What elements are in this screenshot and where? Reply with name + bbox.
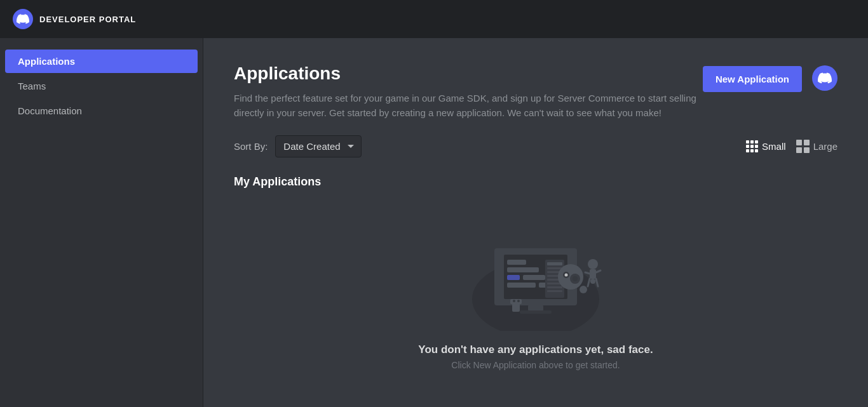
svg-point-35 bbox=[513, 300, 515, 302]
svg-point-25 bbox=[580, 286, 587, 293]
svg-rect-11 bbox=[547, 267, 562, 269]
logo-area: DEVELOPER PORTAL bbox=[13, 9, 136, 29]
svg-line-30 bbox=[596, 270, 600, 272]
page-description: Find the perfect feature set for your ga… bbox=[234, 91, 703, 120]
svg-line-32 bbox=[596, 279, 598, 286]
empty-subtitle: Click New Application above to get start… bbox=[451, 360, 620, 370]
avatar[interactable] bbox=[812, 65, 837, 91]
svg-point-22 bbox=[565, 274, 568, 277]
empty-state: You don't have any applications yet, sad… bbox=[234, 204, 837, 396]
svg-point-36 bbox=[517, 300, 520, 302]
header-right: New Application bbox=[703, 63, 837, 92]
main-content: Applications Find the perfect feature se… bbox=[203, 38, 868, 407]
svg-point-24 bbox=[573, 276, 578, 281]
svg-rect-6 bbox=[523, 275, 545, 280]
svg-rect-19 bbox=[520, 310, 552, 314]
sort-select[interactable]: Date Created Name bbox=[275, 135, 362, 157]
svg-line-29 bbox=[585, 272, 590, 274]
view-small-button[interactable]: Small bbox=[746, 140, 786, 152]
page-title: Applications bbox=[234, 63, 703, 84]
view-small-label: Small bbox=[762, 141, 786, 152]
svg-rect-5 bbox=[507, 275, 520, 280]
large-grid-icon bbox=[796, 140, 810, 153]
svg-rect-34 bbox=[510, 299, 522, 304]
empty-title: You don't have any applications yet, sad… bbox=[418, 344, 653, 356]
svg-rect-18 bbox=[528, 305, 543, 310]
svg-rect-28 bbox=[590, 269, 596, 279]
page-header: Applications Find the perfect feature se… bbox=[234, 63, 837, 120]
controls-row: Sort By: Date Created Name Small bbox=[234, 135, 837, 157]
empty-illustration bbox=[447, 229, 625, 331]
portal-title: DEVELOPER PORTAL bbox=[39, 15, 136, 24]
layout: Applications Teams Documentation Applica… bbox=[0, 38, 868, 407]
svg-point-26 bbox=[590, 279, 595, 284]
topbar: DEVELOPER PORTAL bbox=[0, 0, 868, 38]
sort-row: Sort By: Date Created Name bbox=[234, 135, 362, 157]
view-large-label: Large bbox=[813, 141, 837, 152]
discord-icon bbox=[13, 9, 33, 29]
new-application-button[interactable]: New Application bbox=[703, 66, 802, 92]
sort-label: Sort By: bbox=[234, 141, 268, 152]
svg-rect-16 bbox=[547, 286, 562, 288]
view-controls: Small Large bbox=[746, 140, 837, 153]
svg-rect-4 bbox=[507, 267, 539, 272]
svg-rect-3 bbox=[507, 260, 526, 265]
header-text: Applications Find the perfect feature se… bbox=[234, 63, 703, 120]
svg-rect-17 bbox=[547, 290, 562, 292]
my-applications-title: My Applications bbox=[234, 175, 837, 189]
sidebar-item-documentation[interactable]: Documentation bbox=[5, 99, 198, 123]
sidebar: Applications Teams Documentation bbox=[0, 38, 203, 407]
sidebar-item-teams[interactable]: Teams bbox=[5, 74, 198, 98]
svg-rect-10 bbox=[547, 262, 562, 265]
svg-rect-7 bbox=[507, 283, 536, 288]
svg-point-27 bbox=[588, 259, 598, 269]
small-grid-icon bbox=[746, 140, 758, 152]
view-large-button[interactable]: Large bbox=[796, 140, 837, 153]
sidebar-item-applications[interactable]: Applications bbox=[5, 50, 198, 73]
